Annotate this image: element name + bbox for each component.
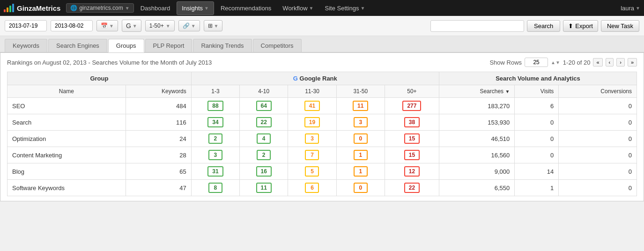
search-area: Search ⬆ Export New Task	[226, 20, 639, 32]
user-menu[interactable]: laura ▼	[621, 5, 640, 12]
cell-visits: 0	[515, 114, 559, 131]
cell-visits: 0	[515, 131, 559, 147]
google-button[interactable]: G ▼	[122, 20, 141, 32]
toolbar: 📅 ▼ G ▼ 1-50+ ▼ 🔗 ▼ ⊞ ▼ Search ⬆ Export …	[0, 16, 644, 36]
cell-keywords: 24	[126, 131, 191, 147]
cell-rank-50plus: 12	[385, 163, 439, 180]
tab-plp-report[interactable]: PLP Report	[145, 39, 192, 52]
page-info: 1-20 of 20	[563, 59, 591, 66]
prev-page-button[interactable]: ‹	[606, 58, 614, 66]
cell-rank-31-50: 1	[336, 163, 385, 180]
cell-keywords: 116	[126, 114, 191, 131]
tab-search-engines[interactable]: Search Engines	[48, 39, 107, 52]
cell-rank-11-30: 3	[288, 131, 336, 147]
cell-keywords: 47	[126, 180, 191, 196]
cell-rank-11-30: 19	[288, 114, 336, 131]
col-header-visits: Visits	[515, 85, 559, 98]
filter-button[interactable]: 🔗 ▼	[178, 20, 200, 31]
cell-rank-1-3: 88	[191, 98, 239, 114]
col-header-50plus: 50+	[385, 85, 439, 98]
export-button[interactable]: ⬆ Export	[563, 20, 598, 32]
cell-searches: 16,560	[439, 147, 514, 163]
cell-rank-4-10: 64	[240, 98, 288, 114]
col-header-searches[interactable]: Searches ▼	[439, 85, 514, 98]
table-row: Optimization 24 2 4 3 0 15 46,510 0 0	[7, 131, 637, 147]
cell-rank-4-10: 16	[240, 163, 288, 180]
range-caret: ▼	[166, 23, 170, 29]
cell-rank-11-30: 41	[288, 98, 336, 114]
cell-searches: 46,510	[439, 131, 514, 147]
cell-conversions: 0	[559, 163, 637, 180]
cell-name: Software Keywords	[7, 180, 126, 196]
table-row: SEO 484 88 64 41 11 277 183,270 6 0	[7, 98, 637, 114]
tab-competitors[interactable]: Competitors	[253, 39, 302, 52]
col-header-name: Name	[7, 85, 126, 98]
cell-rank-1-3: 8	[191, 180, 239, 196]
cell-searches: 183,270	[439, 98, 514, 114]
cell-rank-1-3: 31	[191, 163, 239, 180]
logo-text: GinzaMetrics	[17, 4, 60, 12]
new-task-button[interactable]: New Task	[601, 20, 639, 32]
cell-rank-31-50: 3	[336, 114, 385, 131]
tab-ranking-trends[interactable]: Ranking Trends	[193, 39, 252, 52]
calendar-caret: ▼	[109, 23, 114, 29]
site-badge-caret: ▼	[125, 6, 130, 11]
nav-workflow[interactable]: Workflow ▼	[278, 2, 318, 15]
cell-rank-11-30: 6	[288, 180, 336, 196]
cell-rank-11-30: 7	[288, 147, 336, 163]
filter-caret: ▼	[191, 23, 196, 29]
last-page-button[interactable]: »	[628, 58, 637, 66]
cell-rank-11-30: 5	[288, 163, 336, 180]
col-header-31-50: 31-50	[336, 85, 385, 98]
search-button[interactable]: Search	[527, 20, 560, 32]
nav-dashboard[interactable]: Dashboard	[136, 2, 175, 15]
nav-insights[interactable]: Insights ▼	[177, 1, 214, 15]
cell-searches: 153,930	[439, 114, 514, 131]
top-navigation: GinzaMetrics 🌐 ginzametrics.com ▼ Dashbo…	[0, 0, 644, 16]
columns-icon: ⊞	[208, 22, 213, 29]
show-rows-label: Show Rows	[489, 59, 522, 66]
rows-per-page-input[interactable]	[525, 58, 548, 67]
nav-site-settings[interactable]: Site Settings ▼	[320, 2, 370, 15]
cell-conversions: 0	[559, 114, 637, 131]
date-start-input[interactable]	[5, 20, 47, 31]
cell-rank-4-10: 2	[240, 147, 288, 163]
google-icon: G	[126, 22, 131, 30]
cell-rank-50plus: 15	[385, 131, 439, 147]
cell-conversions: 0	[559, 131, 637, 147]
cell-visits: 0	[515, 147, 559, 163]
cell-rank-1-3: 3	[191, 147, 239, 163]
cell-visits: 6	[515, 98, 559, 114]
workflow-caret: ▼	[309, 6, 314, 11]
tab-groups[interactable]: Groups	[108, 39, 144, 52]
columns-button[interactable]: ⊞ ▼	[204, 20, 223, 31]
range-select[interactable]: 1-50+ ▼	[145, 20, 175, 31]
export-icon: ⬆	[568, 22, 573, 30]
main-content: Rankings on August 02, 2013 - Searches V…	[0, 52, 644, 201]
cell-rank-1-3: 34	[191, 114, 239, 131]
table-row: Software Keywords 47 8 11 6 0 22 6,550 1…	[7, 180, 637, 196]
table-row: Content Marketing 28 3 2 7 1 15 16,560 0…	[7, 147, 637, 163]
site-settings-caret: ▼	[360, 6, 365, 11]
rows-stepper[interactable]: ▲▼	[551, 60, 560, 65]
calendar-button[interactable]: 📅 ▼	[96, 20, 118, 31]
col-header-1-3: 1-3	[191, 85, 239, 98]
logo-icon	[4, 4, 14, 12]
cell-name: Blog	[7, 163, 126, 180]
next-page-button[interactable]: ›	[616, 58, 625, 66]
date-end-input[interactable]	[51, 20, 93, 31]
search-vol-header: Search Volume and Analytics	[439, 72, 637, 85]
pagination-area: Show Rows ▲▼ 1-20 of 20 « ‹ › »	[489, 58, 637, 67]
google-caret: ▼	[133, 23, 137, 29]
first-page-button[interactable]: «	[593, 58, 602, 66]
site-badge[interactable]: 🌐 ginzametrics.com ▼	[66, 3, 133, 13]
cell-searches: 6,550	[439, 180, 514, 196]
col-header-keywords[interactable]: Keywords	[126, 85, 191, 98]
nav-recommendations[interactable]: Recommendations	[216, 2, 276, 15]
cell-conversions: 0	[559, 147, 637, 163]
tab-keywords[interactable]: Keywords	[5, 39, 47, 52]
cell-rank-31-50: 1	[336, 147, 385, 163]
cell-rank-4-10: 11	[240, 180, 288, 196]
table-meta: Rankings on August 02, 2013 - Searches V…	[7, 58, 637, 67]
search-input[interactable]	[430, 20, 524, 32]
